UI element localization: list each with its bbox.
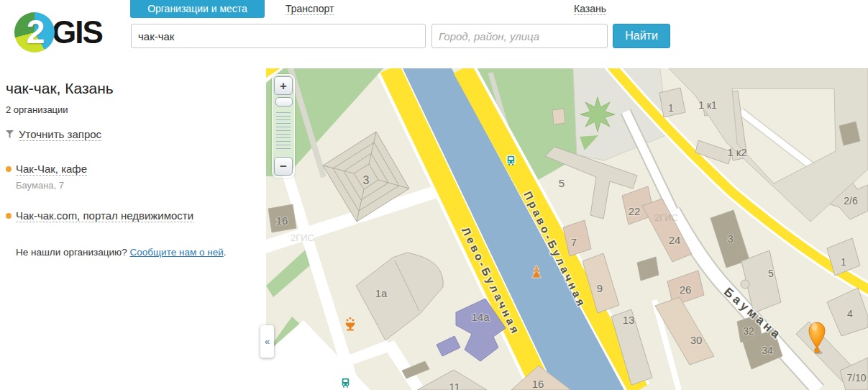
bldg-label: 4	[847, 308, 853, 319]
zoom-slider-track[interactable]	[276, 109, 291, 152]
map-zoom-control[interactable]: + −	[272, 74, 295, 178]
result-address: Баумана, 7	[16, 180, 259, 191]
page-title: чак-чак, Казань	[6, 80, 259, 97]
header: 2 GIS Организации и места Транспорт Каза…	[0, 0, 868, 68]
watermark: 2ГИС	[654, 212, 678, 223]
result-bullet-icon	[6, 166, 12, 172]
bldg-label: 14а	[471, 311, 490, 323]
report-organization-link[interactable]: Сообщите нам о ней	[129, 247, 223, 258]
refine-row: Уточнить запрос	[6, 128, 259, 141]
bldg-label: 1а	[375, 287, 388, 299]
tram-stop-icon	[507, 155, 515, 165]
map-canvas[interactable]: 2ГИС2ГИС Лево-БулачнаяПраво-БулачнаяБаум…	[266, 68, 868, 390]
city-link[interactable]: Казань	[574, 3, 606, 15]
tab-organizations[interactable]: Организации и места	[130, 0, 265, 18]
bldg-label: 1 к1	[698, 99, 717, 111]
refine-query-link[interactable]: Уточнить запрос	[19, 128, 101, 141]
bldg-label: 26	[680, 284, 692, 296]
result-link-chak-chak-com[interactable]: Чак-чак.com, портал недвижимости	[16, 209, 193, 222]
bldg-label: 3	[363, 174, 370, 186]
bldg-label: 2/6	[844, 195, 858, 207]
search-query-input[interactable]	[131, 24, 426, 48]
not-found-note: Не нашли организацию? Сообщите нам о ней…	[16, 247, 259, 258]
bldg-label: 9	[597, 282, 603, 294]
bldg-label: 7/10	[846, 372, 866, 384]
logo-text: GIS	[52, 14, 102, 50]
bldg-label: 24	[669, 234, 681, 246]
bldg-label: 16	[532, 378, 544, 390]
result-link-chak-chak-cafe[interactable]: Чак-Чак, кафе	[16, 163, 87, 176]
bldg-label: 30	[690, 334, 703, 346]
star-park	[580, 97, 615, 132]
bldg-label: 1 к2	[727, 146, 746, 158]
zoom-in-button[interactable]: +	[274, 76, 293, 95]
search-location-input[interactable]	[431, 24, 608, 48]
bldg-label: 5	[768, 268, 774, 279]
zoom-out-button[interactable]: −	[274, 157, 293, 176]
bldg-label: 34	[762, 345, 773, 356]
logo-circle-icon: 2	[14, 12, 55, 53]
bldg-label: 3	[728, 233, 734, 245]
list-item: Чак-Чак, кафе Баумана, 7	[6, 163, 259, 191]
results-count: 2 организации	[6, 104, 259, 115]
filter-funnel-icon	[6, 130, 14, 139]
2gis-logo[interactable]: 2 GIS	[14, 10, 129, 55]
bldg-label: 1	[841, 256, 846, 268]
bldg-label: 5	[559, 177, 565, 189]
result-bullet-icon	[6, 213, 12, 219]
watermark: 2ГИС	[291, 232, 314, 243]
bldg-label: 11	[449, 381, 460, 390]
bldg-label: 13	[623, 314, 635, 326]
building	[552, 109, 565, 124]
bldg-label: 32	[743, 325, 754, 337]
logo-digit: 2	[27, 12, 45, 51]
bldg-label: 22	[629, 205, 641, 217]
bldg-label: 16	[276, 214, 288, 227]
sidebar-collapse-button[interactable]: «	[260, 325, 274, 358]
find-button[interactable]: Найти	[613, 24, 670, 48]
map-svg: 2ГИС2ГИС Лево-БулачнаяПраво-БулачнаяБаум…	[266, 68, 868, 390]
results-sidebar: чак-чак, Казань 2 организации Уточнить з…	[0, 68, 266, 390]
tab-transport[interactable]: Транспорт	[285, 3, 334, 15]
tram-stop-icon	[342, 378, 350, 388]
zoom-slider-handle[interactable]	[275, 97, 293, 106]
not-found-text: Не нашли организацию?	[16, 247, 129, 258]
not-found-period: .	[224, 247, 227, 258]
bldg-label: 7	[571, 236, 577, 248]
list-item: Чак-чак.com, портал недвижимости	[6, 209, 259, 222]
bldg-label: 1	[668, 102, 674, 114]
